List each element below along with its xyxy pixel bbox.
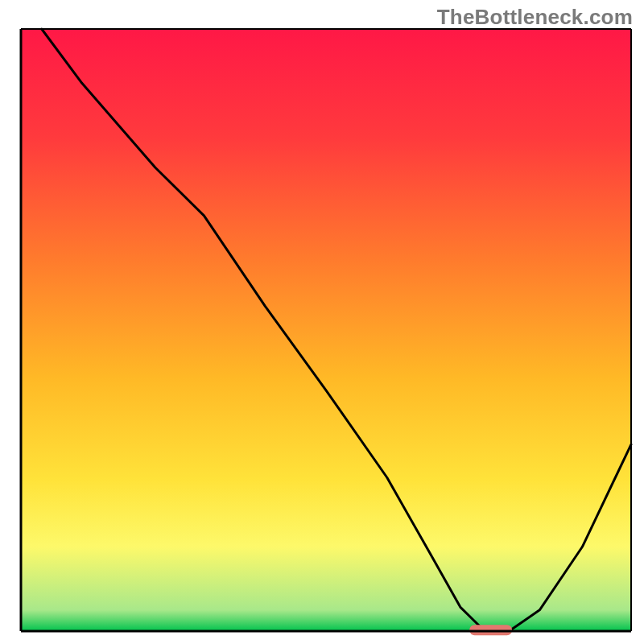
bottleneck-plot [0,0,644,644]
chart-stage: TheBottleneck.com [0,0,644,644]
